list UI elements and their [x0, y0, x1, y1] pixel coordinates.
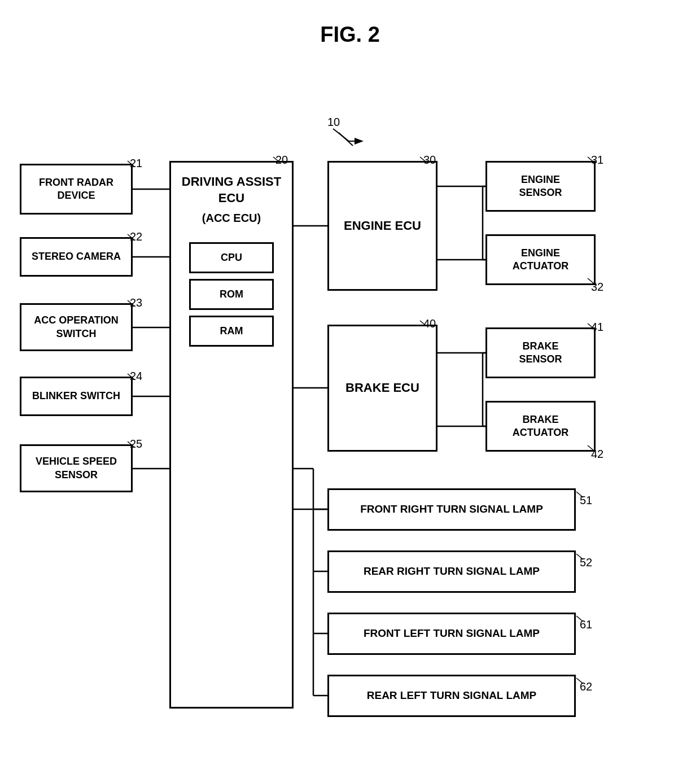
ref-40: 40 [423, 317, 436, 330]
ref-61: 61 [580, 618, 592, 631]
front-right-turn-label: FRONT RIGHT TURN SIGNAL LAMP [360, 502, 543, 517]
diagram: FIG. 2 10 FRONT RADARDEVICE 21 STEREO CA… [0, 0, 700, 765]
cpu-label: CPU [221, 251, 242, 264]
vehicle-speed-box: VEHICLE SPEEDSENSOR [20, 444, 133, 492]
front-left-turn-label: FRONT LEFT TURN SIGNAL LAMP [364, 627, 540, 641]
svg-line-0 [333, 129, 349, 141]
ref-42: 42 [591, 448, 603, 461]
ref-10: 10 [327, 116, 340, 129]
engine-ecu-label: ENGINE ECU [344, 218, 421, 234]
engine-actuator-label: ENGINEACTUATOR [513, 247, 568, 273]
rear-left-turn-label: REAR LEFT TURN SIGNAL LAMP [367, 689, 536, 703]
stereo-camera-label: STEREO CAMERA [32, 250, 121, 263]
rom-box: ROM [189, 279, 274, 310]
ref-25: 25 [130, 438, 142, 451]
acc-ecu-label: (ACC ECU) [202, 211, 261, 225]
ref-32: 32 [591, 281, 603, 294]
brake-sensor-box: BRAKESENSOR [485, 327, 596, 378]
front-radar-label: FRONT RADARDEVICE [39, 176, 113, 203]
ref-22: 22 [130, 230, 142, 243]
rear-left-turn-box: REAR LEFT TURN SIGNAL LAMP [327, 675, 576, 717]
engine-actuator-box: ENGINEACTUATOR [485, 234, 596, 285]
rear-right-turn-label: REAR RIGHT TURN SIGNAL LAMP [364, 565, 540, 579]
ref-41: 41 [591, 321, 603, 334]
ref-20: 20 [275, 154, 288, 167]
stereo-camera-box: STEREO CAMERA [20, 237, 133, 277]
ram-box: RAM [189, 316, 274, 347]
brake-sensor-label: BRAKESENSOR [519, 340, 562, 366]
driving-assist-label: DRIVING ASSISTECU [182, 174, 281, 206]
ref-31: 31 [591, 154, 603, 167]
ref-51: 51 [580, 494, 592, 507]
front-left-turn-box: FRONT LEFT TURN SIGNAL LAMP [327, 613, 576, 655]
ref-52: 52 [580, 556, 592, 569]
acc-switch-label: ACC OPERATIONSWITCH [34, 314, 119, 340]
driving-assist-ecu-box: DRIVING ASSISTECU (ACC ECU) CPU ROM RAM [169, 161, 294, 709]
rear-right-turn-box: REAR RIGHT TURN SIGNAL LAMP [327, 550, 576, 593]
engine-sensor-box: ENGINESENSOR [485, 161, 596, 212]
cpu-box: CPU [189, 242, 274, 273]
brake-actuator-box: BRAKEACTUATOR [485, 401, 596, 452]
ram-label: RAM [220, 325, 243, 338]
rom-label: ROM [220, 288, 243, 301]
engine-sensor-label: ENGINESENSOR [519, 173, 562, 200]
ref-21: 21 [130, 157, 142, 170]
engine-ecu-box: ENGINE ECU [327, 161, 438, 291]
ref-24: 24 [130, 370, 142, 383]
figure-title: FIG. 2 [320, 23, 380, 47]
brake-ecu-label: BRAKE ECU [345, 380, 419, 396]
ref-30: 30 [423, 154, 436, 167]
vehicle-speed-label: VEHICLE SPEEDSENSOR [36, 455, 117, 482]
brake-actuator-label: BRAKEACTUATOR [513, 413, 568, 440]
front-radar-box: FRONT RADARDEVICE [20, 164, 133, 215]
blinker-switch-label: BLINKER SWITCH [32, 390, 120, 403]
ref-23: 23 [130, 296, 142, 309]
acc-switch-box: ACC OPERATIONSWITCH [20, 303, 133, 351]
brake-ecu-box: BRAKE ECU [327, 325, 438, 452]
ref-62: 62 [580, 680, 592, 693]
blinker-switch-box: BLINKER SWITCH [20, 377, 133, 416]
front-right-turn-box: FRONT RIGHT TURN SIGNAL LAMP [327, 488, 576, 531]
